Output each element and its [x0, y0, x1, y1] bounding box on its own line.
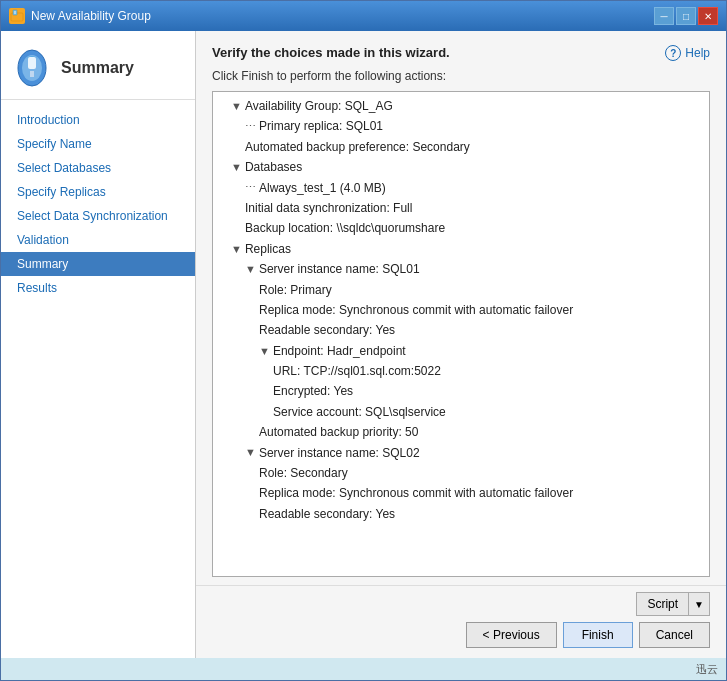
bottom-area: Script ▼ < Previous Finish Cancel: [196, 585, 726, 658]
content-area: Summary IntroductionSpecify NameSelect D…: [1, 31, 726, 658]
expand-icon[interactable]: ⋯: [245, 178, 256, 197]
app-icon: [9, 8, 25, 24]
script-dropdown-arrow[interactable]: ▼: [689, 595, 709, 614]
script-button[interactable]: Script ▼: [636, 592, 710, 616]
svg-rect-6: [30, 71, 34, 77]
tree-item-text: Automated backup preference: Secondary: [245, 137, 470, 157]
sidebar-item-validation[interactable]: Validation: [1, 228, 195, 252]
footer-text: 迅云: [696, 662, 718, 677]
tree-item-text: Server instance name: SQL01: [259, 259, 420, 279]
title-bar: New Availability Group ─ □ ✕: [1, 1, 726, 31]
main-window: New Availability Group ─ □ ✕: [0, 0, 727, 681]
tree-content: ▼ Availability Group: SQL_AG⋯ Primary re…: [213, 92, 709, 528]
tree-item-text: Readable secondary: Yes: [259, 504, 395, 524]
main-header: Verify the choices made in this wizard. …: [196, 31, 726, 69]
tree-item: ▼ Endpoint: Hadr_endpoint: [217, 341, 705, 361]
expand-icon[interactable]: ▼: [245, 260, 256, 279]
tree-item: Readable secondary: Yes: [217, 504, 705, 524]
sidebar-item-select-databases[interactable]: Select Databases: [1, 156, 195, 180]
close-button[interactable]: ✕: [698, 7, 718, 25]
tree-item-text: Databases: [245, 157, 302, 177]
tree-item: ▼ Databases: [217, 157, 705, 177]
main-heading: Verify the choices made in this wizard.: [212, 45, 450, 60]
tree-item: Automated backup preference: Secondary: [217, 137, 705, 157]
sidebar-item-select-data-sync[interactable]: Select Data Synchronization: [1, 204, 195, 228]
tree-item-text: Replica mode: Synchronous commit with au…: [259, 300, 573, 320]
sidebar-item-results[interactable]: Results: [1, 276, 195, 300]
tree-item-text: Always_test_1 (4.0 MB): [259, 178, 386, 198]
svg-rect-2: [14, 11, 16, 14]
tree-item: ▼ Server instance name: SQL02: [217, 443, 705, 463]
tree-item: Backup location: \\sqldc\quorumshare: [217, 218, 705, 238]
tree-item-text: Role: Secondary: [259, 463, 348, 483]
tree-item-text: Availability Group: SQL_AG: [245, 96, 393, 116]
expand-icon[interactable]: ▼: [259, 342, 270, 361]
sidebar-header: Summary: [1, 41, 195, 100]
footer-bar: 迅云: [1, 658, 726, 680]
help-link[interactable]: ? Help: [665, 45, 710, 61]
tree-item: ▼ Availability Group: SQL_AG: [217, 96, 705, 116]
sidebar-title: Summary: [61, 59, 134, 77]
tree-item: Replica mode: Synchronous commit with au…: [217, 483, 705, 503]
tree-item-text: Replica mode: Synchronous commit with au…: [259, 483, 573, 503]
tree-item: Readable secondary: Yes: [217, 320, 705, 340]
tree-item: URL: TCP://sql01.sql.com:5022: [217, 361, 705, 381]
sidebar: Summary IntroductionSpecify NameSelect D…: [1, 31, 196, 658]
tree-item: Automated backup priority: 50: [217, 422, 705, 442]
sidebar-item-introduction[interactable]: Introduction: [1, 108, 195, 132]
svg-rect-5: [28, 57, 36, 69]
sidebar-item-specify-name[interactable]: Specify Name: [1, 132, 195, 156]
tree-item: Service account: SQL\sqlservice: [217, 402, 705, 422]
main-panel: Verify the choices made in this wizard. …: [196, 31, 726, 658]
sidebar-item-specify-replicas[interactable]: Specify Replicas: [1, 180, 195, 204]
tree-item-text: Role: Primary: [259, 280, 332, 300]
tree-item: Initial data synchronization: Full: [217, 198, 705, 218]
expand-icon[interactable]: ▼: [231, 240, 242, 259]
tree-item: ▼ Server instance name: SQL01: [217, 259, 705, 279]
tree-item: ⋯ Primary replica: SQL01: [217, 116, 705, 136]
help-icon: ?: [665, 45, 681, 61]
nav-list: IntroductionSpecify NameSelect Databases…: [1, 108, 195, 300]
cancel-button[interactable]: Cancel: [639, 622, 710, 648]
tree-item: Role: Secondary: [217, 463, 705, 483]
tree-item-text: Replicas: [245, 239, 291, 259]
tree-item-text: Automated backup priority: 50: [259, 422, 418, 442]
tree-item: ⋯ Always_test_1 (4.0 MB): [217, 178, 705, 198]
tree-item: Role: Primary: [217, 280, 705, 300]
minimize-button[interactable]: ─: [654, 7, 674, 25]
tree-item: Replica mode: Synchronous commit with au…: [217, 300, 705, 320]
finish-button[interactable]: Finish: [563, 622, 633, 648]
expand-icon[interactable]: ⋯: [245, 117, 256, 136]
sidebar-item-summary[interactable]: Summary: [1, 252, 195, 276]
tree-item-text: Endpoint: Hadr_endpoint: [273, 341, 406, 361]
script-label: Script: [637, 593, 689, 615]
window-title: New Availability Group: [31, 9, 151, 23]
expand-icon[interactable]: ▼: [231, 158, 242, 177]
tree-item-text: Primary replica: SQL01: [259, 116, 383, 136]
tree-item-text: Server instance name: SQL02: [259, 443, 420, 463]
expand-icon[interactable]: ▼: [245, 443, 256, 462]
tree-container[interactable]: ▼ Availability Group: SQL_AG⋯ Primary re…: [212, 91, 710, 577]
tree-item: ▼ Replicas: [217, 239, 705, 259]
tree-item-text: Service account: SQL\sqlservice: [273, 402, 446, 422]
tree-item-text: Backup location: \\sqldc\quorumshare: [245, 218, 445, 238]
sidebar-icon: [13, 49, 51, 87]
tree-item: Encrypted: Yes: [217, 381, 705, 401]
tree-item-text: Encrypted: Yes: [273, 381, 353, 401]
expand-icon[interactable]: ▼: [231, 97, 242, 116]
tree-item-text: URL: TCP://sql01.sql.com:5022: [273, 361, 441, 381]
help-label: Help: [685, 46, 710, 60]
sub-heading: Click Finish to perform the following ac…: [196, 69, 726, 91]
button-row: < Previous Finish Cancel: [212, 622, 710, 652]
script-row: Script ▼: [212, 592, 710, 616]
previous-button[interactable]: < Previous: [466, 622, 557, 648]
tree-item-text: Initial data synchronization: Full: [245, 198, 412, 218]
tree-item-text: Readable secondary: Yes: [259, 320, 395, 340]
maximize-button[interactable]: □: [676, 7, 696, 25]
